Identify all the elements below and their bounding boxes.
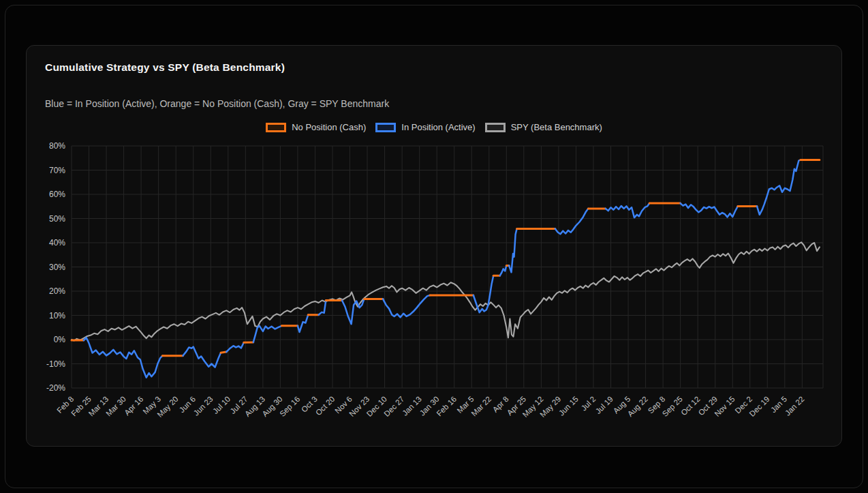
x-axis-tick-label: Oct 20	[314, 395, 336, 417]
active-position-segment	[298, 315, 308, 332]
x-axis-tick-label: Jul 10	[211, 395, 232, 415]
x-axis-tick-label: Jun 23	[192, 395, 215, 417]
y-axis-tick-label: 80%	[49, 141, 65, 151]
x-axis-tick-label: Apr 16	[123, 395, 144, 417]
x-axis-tick-label: Mar 22	[469, 395, 493, 418]
active-position-segment	[509, 228, 517, 272]
x-axis-tick-label: Feb 16	[435, 395, 458, 418]
y-axis-tick-label: -10%	[46, 359, 65, 369]
x-axis-tick-label: Jul 19	[594, 395, 615, 415]
app-background: Cumulative Strategy vs SPY (Beta Benchma…	[0, 0, 868, 493]
y-axis-tick-label: -20%	[46, 383, 65, 393]
y-axis-tick-label: 70%	[49, 166, 65, 175]
active-position-segment	[681, 203, 738, 217]
y-axis-tick-label: 10%	[49, 311, 65, 320]
active-position-segment	[555, 209, 589, 234]
cumulative-returns-chart[interactable]: 80%70%60%50%40%30%20%10%0%-10%-20%Feb 8F…	[0, 0, 868, 493]
active-position-segment	[474, 275, 493, 312]
y-axis-tick-label: 50%	[49, 214, 65, 224]
active-position-segment	[383, 295, 430, 317]
active-position-segment	[226, 342, 244, 352]
active-position-segment	[183, 347, 221, 368]
active-position-segment	[606, 203, 649, 218]
active-position-segment	[84, 338, 162, 378]
y-axis-tick-label: 20%	[49, 286, 65, 296]
y-axis-tick-label: 0%	[54, 335, 66, 344]
x-axis-tick-label: Oct 12	[679, 395, 701, 417]
x-axis-tick-label: Mar 30	[104, 395, 127, 418]
y-axis-tick-label: 60%	[49, 190, 65, 199]
x-axis-tick-label: Jun 15	[557, 395, 580, 417]
y-axis-tick-label: 30%	[49, 263, 65, 272]
y-axis-tick-label: 40%	[49, 238, 65, 248]
active-position-segment	[757, 160, 801, 215]
x-axis-tick-label: Jan 22	[784, 395, 806, 417]
